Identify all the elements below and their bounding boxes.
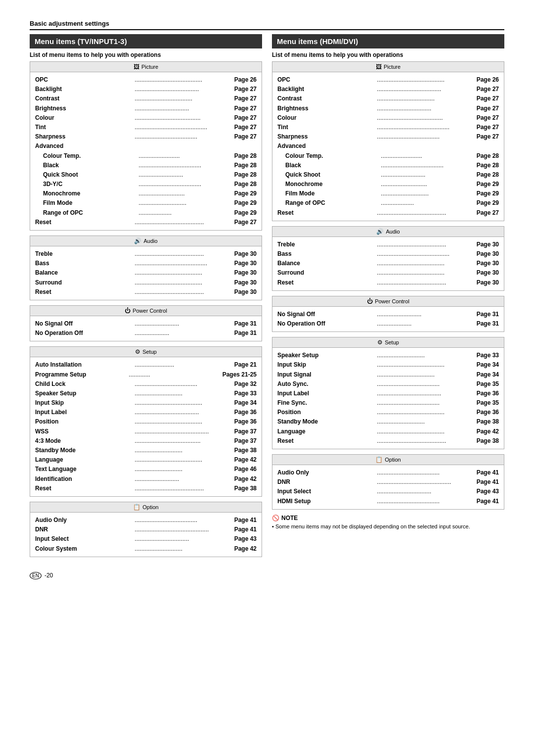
list-item: Contrast................................… [277, 94, 499, 103]
list-item: Auto Sync...............................… [277, 379, 499, 389]
list-item: Black...................................… [35, 161, 257, 170]
list-item: Treble..................................… [277, 240, 499, 249]
left-picture-tab-label: Picture [141, 64, 158, 70]
list-item: Standby Mode............................… [277, 417, 499, 426]
right-picture-tab: 🖼 Picture [272, 62, 504, 72]
right-menu-header: Menu items (HDMI/DVI) [272, 34, 504, 48]
note-section: 🚫 NOTE • Some menu items may not be disp… [272, 515, 504, 529]
list-item: Identification..........................… [35, 474, 257, 484]
list-item: No Signal Off...........................… [35, 319, 257, 329]
list-item: Input Select............................… [277, 487, 499, 496]
list-item: OPC.....................................… [35, 75, 257, 85]
left-picture-tab: 🖼 Picture [30, 62, 262, 72]
list-item: Colour..................................… [35, 113, 257, 123]
list-item: Child Lock..............................… [35, 379, 257, 389]
list-item: Audio Only..............................… [277, 468, 499, 477]
list-item: WSS.....................................… [35, 427, 257, 436]
list-item: Brightness..............................… [277, 104, 499, 113]
left-column: Menu items (TV/INPUT1-3) List of menu it… [30, 34, 262, 562]
list-item: Input Label.............................… [35, 408, 257, 417]
option-icon-right: 📋 [375, 456, 383, 463]
left-option-tab: 📋 Option [30, 502, 262, 513]
note-icon: 🚫 [272, 515, 279, 521]
list-item: Reset...................................… [35, 484, 257, 493]
right-power-tab-label: Power Control [375, 298, 409, 304]
list-item: Quick Shoot...........................Pa… [277, 170, 499, 180]
list-item: Speaker Setup...........................… [277, 351, 499, 360]
right-option-tab: 📋 Option [272, 455, 504, 465]
list-item: Bass....................................… [35, 259, 257, 268]
list-item: Input Skip..............................… [277, 360, 499, 370]
en-circle: EN [30, 572, 42, 579]
list-item: Language................................… [277, 427, 499, 436]
list-item: Balance.................................… [35, 268, 257, 278]
list-item: Colour Temp..........................Pag… [35, 151, 257, 161]
list-item: Sharpness...............................… [277, 132, 499, 142]
list-item: Speaker Setup...........................… [35, 389, 257, 398]
list-item: Reset...................................… [35, 218, 257, 227]
note-title: 🚫 NOTE [272, 515, 504, 521]
list-item: Black...................................… [277, 161, 499, 170]
left-picture-section: 🖼 Picture OPC...........................… [30, 61, 262, 231]
right-picture-section: 🖼 Picture OPC...........................… [272, 61, 504, 221]
left-setup-section: ⚙ Setup Auto Installation...............… [30, 346, 262, 497]
right-power-section: ⏻ Power Control No Signal Off...........… [272, 296, 504, 332]
right-list-intro: List of menu items to help you with oper… [272, 51, 504, 58]
list-item: Treble..................................… [35, 249, 257, 259]
right-setup-tab-label: Setup [385, 339, 399, 345]
left-power-section: ⏻ Power Control No Signal Off...........… [30, 305, 262, 341]
note-bullet: • Some menu items may not be displayed d… [272, 523, 504, 529]
right-option-section: 📋 Option Audio Only.....................… [272, 454, 504, 510]
list-item: Input Label.............................… [277, 389, 499, 398]
list-item: 4:3 Mode................................… [35, 436, 257, 446]
list-item: Fine Sync...............................… [277, 398, 499, 408]
left-audio-section: 🔊 Audio Treble..........................… [30, 236, 262, 300]
page-number-text: -20 [44, 572, 53, 579]
list-item: Backlight...............................… [277, 85, 499, 94]
list-item: Range of OPC....................Page 29 [277, 198, 499, 208]
right-setup-content: Speaker Setup...........................… [272, 348, 504, 449]
list-item: Auto Installation.......................… [35, 360, 257, 370]
list-item: Input Skip..............................… [35, 398, 257, 408]
list-item: Tint....................................… [277, 123, 499, 132]
right-picture-content: OPC.....................................… [272, 72, 504, 221]
left-setup-tab: ⚙ Setup [30, 347, 262, 357]
picture-icon-left: 🖼 [134, 63, 139, 70]
left-audio-tab-label: Audio [143, 238, 157, 244]
list-item: No Signal Off...........................… [277, 310, 499, 319]
list-item: Position................................… [277, 408, 499, 417]
audio-icon-right: 🔊 [376, 228, 384, 235]
list-item: Reset...................................… [277, 208, 499, 218]
right-column: Menu items (HDMI/DVI) List of menu items… [272, 34, 504, 562]
list-item: Standby Mode............................… [35, 446, 257, 455]
list-item: Balance.................................… [277, 259, 499, 268]
left-audio-content: Treble..................................… [30, 246, 262, 300]
list-item: Backlight...............................… [35, 85, 257, 94]
setup-icon-left: ⚙ [135, 348, 140, 355]
list-item: Bass....................................… [277, 249, 499, 259]
page-number: EN -20 [30, 572, 504, 579]
list-item: Colour..................................… [277, 113, 499, 123]
right-option-content: Audio Only..............................… [272, 465, 504, 509]
list-item: Programme Setup.............Pages 21-25 [35, 370, 257, 379]
list-item: DNR.....................................… [277, 477, 499, 487]
list-item: Film Mode.............................Pa… [35, 198, 257, 208]
list-item: Tint....................................… [35, 123, 257, 132]
list-item: Advanced [277, 142, 499, 151]
left-option-content: Audio Only..............................… [30, 513, 262, 557]
list-item: Surround................................… [277, 268, 499, 278]
left-setup-content: Auto Installation.......................… [30, 357, 262, 496]
right-audio-content: Treble..................................… [272, 237, 504, 290]
right-power-tab: ⏻ Power Control [272, 296, 504, 307]
list-item: Reset...................................… [35, 287, 257, 297]
left-option-tab-label: Option [142, 504, 158, 510]
list-item: Monochrome............................Pa… [277, 180, 499, 189]
left-option-section: 📋 Option Audio Only.....................… [30, 502, 262, 557]
left-setup-tab-label: Setup [142, 349, 157, 355]
audio-icon-left: 🔊 [134, 237, 141, 244]
basic-adjustment-title: Basic adjustment settings [30, 20, 504, 30]
list-item: HDMI Setup..............................… [277, 497, 499, 506]
list-item: Advanced [35, 142, 257, 151]
list-item: Brightness..............................… [35, 104, 257, 113]
right-audio-tab-label: Audio [386, 229, 400, 235]
